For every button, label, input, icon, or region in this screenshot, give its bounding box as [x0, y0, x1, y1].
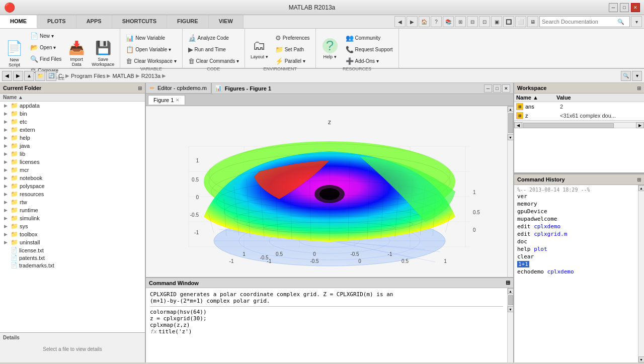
close-button[interactable]: ✕ [631, 3, 640, 12]
ribbon-icon4[interactable]: ⊡ [479, 16, 490, 27]
folder-item-bin[interactable]: ▶ 📁 bin [0, 110, 145, 118]
tab-view[interactable]: VIEW [209, 15, 244, 28]
folder-item-java[interactable]: ▶ 📁 java [0, 142, 145, 150]
ch-1plus1[interactable]: 1+1 [517, 260, 635, 268]
ribbon-icon8[interactable]: 🖥 [527, 16, 538, 27]
folder-item-lib[interactable]: ▶ 📁 lib [0, 150, 145, 158]
search-input[interactable] [542, 19, 617, 25]
ribbon-icon3[interactable]: ⊟ [467, 16, 478, 27]
ws-row-ans[interactable]: ⊞ ans 2 [514, 102, 644, 111]
analyze-code-button[interactable]: 🔬 Analyze Code [186, 33, 242, 43]
folder-item-notebook[interactable]: ▶ 📁 notebook [0, 174, 145, 182]
help-button[interactable]: ? Help ▾ [319, 37, 341, 61]
ch-edit-cplxdemo[interactable]: edit cplxdemo [517, 223, 635, 230]
search-icon[interactable]: 🔍 [617, 19, 624, 25]
folder-item-uninstall[interactable]: ▶ 📁 uninstall [0, 238, 145, 246]
tab-plots[interactable]: PLOTS [37, 15, 76, 28]
ch-link-echodemo[interactable]: cplxdemo [547, 268, 574, 275]
set-path-button[interactable]: 📁 Set Path [273, 44, 312, 55]
ch-gpudevice[interactable]: gpuDevice [517, 208, 635, 215]
import-data-button[interactable]: 📥 ImportData [66, 39, 87, 68]
folder-item-patents-txt[interactable]: 📄 patents.txt [0, 254, 145, 261]
folder-item-toolbox[interactable]: ▶ 📁 toolbox [0, 230, 145, 238]
figure-maximize[interactable]: □ [493, 84, 501, 93]
minimize-button[interactable]: ─ [609, 3, 618, 12]
addressbar-dropdown[interactable]: ▾ [632, 71, 642, 81]
scrollbar-up[interactable]: ▲ [508, 106, 514, 112]
folder-item-resources[interactable]: ▶ 📁 resources [0, 190, 145, 198]
figure-tab-1[interactable]: Figure 1 ✕ [148, 95, 185, 105]
cmd-scroll-up[interactable]: ▲ [508, 288, 514, 294]
search-dropdown[interactable]: ▾ [631, 16, 642, 27]
command-scrollbar[interactable]: ▲ ▼ [507, 288, 513, 362]
scrollbar-thumb[interactable] [508, 113, 513, 133]
clear-workspace-button[interactable]: 🗑 Clear Workspace ▾ [123, 56, 179, 66]
addressbar-search[interactable]: 🔍 [621, 71, 631, 81]
folder-item-sys[interactable]: ▶ 📁 sys [0, 222, 145, 230]
figure-tab-close[interactable]: ✕ [176, 98, 180, 103]
ch-ver[interactable]: ver [517, 193, 635, 200]
ribbon-icon7[interactable]: ⬜ [515, 16, 526, 27]
folder-item-mcr[interactable]: ▶ 📁 mcr [0, 166, 145, 174]
ribbon-icon5[interactable]: ▣ [491, 16, 502, 27]
tab-shortcuts[interactable]: SHORTCUTS [112, 15, 167, 28]
nav-up[interactable]: ▲ [24, 71, 34, 81]
ribbon-icon1[interactable]: 📚 [443, 16, 454, 27]
command-content[interactable]: CPLXGRID generates a polar coordinate co… [146, 288, 507, 362]
ch-link-plot[interactable]: plot [534, 246, 547, 252]
run-and-time-button[interactable]: ▶ Run and Time [186, 44, 242, 55]
ribbon-nav-back[interactable]: ◀ [394, 16, 406, 27]
folder-item-license-txt[interactable]: 📄 license.txt [0, 246, 145, 254]
folder-item-licenses[interactable]: ▶ 📁 licenses [0, 158, 145, 166]
clear-commands-button[interactable]: 🗑 Clear Commands ▾ [186, 56, 242, 66]
folder-item-simulink[interactable]: ▶ 📁 simulink [0, 214, 145, 222]
ch-echodemo[interactable]: echodemo cplxdemo [517, 268, 635, 276]
ch-clear[interactable]: clear [517, 253, 635, 260]
folder-item-runtime[interactable]: ▶ 📁 runtime [0, 206, 145, 214]
layout-button[interactable]: 🗂 Layout ▾ [248, 36, 271, 61]
workspace-hscroll[interactable]: ◀ ▶ [514, 120, 644, 128]
find-files-button[interactable]: 🔍 Find Files [28, 54, 64, 64]
ws-row-z[interactable]: ⊞ z <31x61 complex dou... [514, 111, 644, 120]
ch-edit-cplxgrid[interactable]: edit cplxgrid.m [517, 230, 635, 238]
folder-column-header[interactable]: Name ▲ [0, 94, 145, 102]
new-variable-button[interactable]: 📊 New Variable [123, 33, 179, 43]
scrollbar-down[interactable]: ▼ [508, 134, 514, 140]
open-variable-button[interactable]: 📋 Open Variable ▾ [123, 44, 179, 55]
folder-item-polyspace[interactable]: ▶ 📁 polyspace [0, 182, 145, 190]
current-folder-expand[interactable]: ⊞ [138, 85, 142, 91]
folder-item-appdata[interactable]: ▶ 📁 appdata [0, 102, 145, 110]
ribbon-icon2[interactable]: ⊞ [455, 16, 466, 27]
hscroll-thumb[interactable] [523, 123, 614, 128]
add-ons-button[interactable]: ➕ Add-Ons ▾ [343, 56, 395, 66]
open-button[interactable]: 📂 Open ▾ [28, 42, 64, 53]
ribbon-icon6[interactable]: 🔲 [503, 16, 514, 27]
ch-mupadwelcome[interactable]: mupadwelcome [517, 215, 635, 223]
preferences-button[interactable]: ⚙ Preferences [273, 33, 312, 43]
folder-item-extern[interactable]: ▶ 📁 extern [0, 126, 145, 134]
folder-item-etc[interactable]: ▶ 📁 etc [0, 118, 145, 126]
history-scrollbar[interactable]: ▲ ▼ [638, 185, 644, 362]
workspace-expand[interactable]: ⊞ [637, 85, 641, 91]
breadcrumb-c[interactable]: C: [58, 73, 64, 79]
cmd-scroll-thumb[interactable] [508, 295, 513, 305]
community-button[interactable]: 👥 Community [343, 33, 395, 43]
ribbon-home-btn[interactable]: 🏠 [419, 16, 430, 27]
search-box[interactable]: 🔍 [539, 16, 630, 27]
hscroll-right[interactable]: ▶ [636, 122, 644, 128]
request-support-button[interactable]: 📞 Request Support [343, 44, 395, 55]
figure-scrollbar[interactable]: ▲ ▼ [507, 106, 513, 277]
breadcrumb-program-files[interactable]: Program Files [71, 73, 105, 79]
breadcrumb-r2013a[interactable]: R2013a [141, 73, 161, 79]
command-history-expand[interactable]: ⊞ [637, 177, 641, 183]
new-button[interactable]: 📄 New ▾ [28, 31, 64, 41]
folder-item-trademarks-txt[interactable]: 📄 trademarks.txt [0, 261, 145, 269]
hscroll-left[interactable]: ◀ [514, 122, 522, 128]
maximize-button[interactable]: □ [620, 3, 629, 12]
breadcrumb-matlab[interactable]: MATLAB [112, 73, 134, 79]
history-scroll-down[interactable]: ▼ [638, 356, 645, 362]
ribbon-help-btn[interactable]: ? [431, 16, 442, 27]
nav-forward[interactable]: ▶ [13, 71, 23, 81]
ch-doc[interactable]: doc [517, 238, 635, 245]
nav-back[interactable]: ◀ [2, 71, 12, 81]
